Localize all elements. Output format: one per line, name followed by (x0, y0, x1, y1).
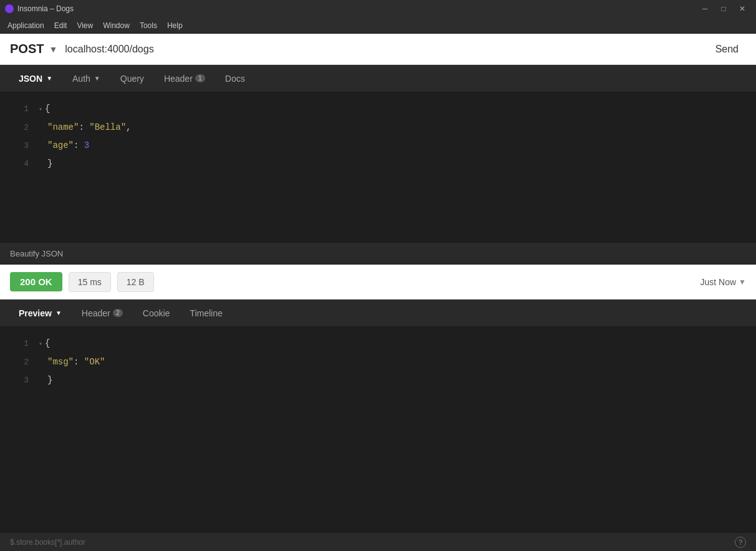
tab-docs[interactable]: Docs (216, 70, 254, 87)
resp-code-line-1: 1 ▾ { (0, 334, 756, 353)
timestamp-area: Just Now ▼ (700, 277, 746, 287)
response-time: 15 ms (69, 272, 111, 292)
beautify-button[interactable]: Beautify JSON (10, 249, 63, 258)
main-container: POST ▼ Send JSON ▼ Auth ▼ Query Header 1… (0, 34, 756, 551)
menu-application[interactable]: Application (2, 20, 49, 31)
tab-timeline[interactable]: Timeline (181, 305, 231, 322)
menu-window[interactable]: Window (98, 20, 135, 31)
resp-code-line-3: 3 } (0, 371, 756, 389)
urlbar: POST ▼ Send (0, 34, 756, 65)
response-tabs: Preview ▼ Header 2 Cookie Timeline (0, 300, 756, 327)
menu-view[interactable]: View (72, 20, 98, 31)
response-body-editor: 1 ▾ { 2 "msg" : "OK" 3 } (0, 327, 756, 551)
tab-preview[interactable]: Preview ▼ (10, 305, 70, 322)
timestamp-dropdown-arrow[interactable]: ▼ (739, 278, 746, 286)
menubar: Application Edit View Window Tools Help (0, 17, 756, 34)
filter-placeholder: $.store.books[*].author (10, 538, 85, 547)
titlebar-controls: ─ □ ✕ (696, 0, 751, 17)
resp-code-line-2: 2 "msg" : "OK" (0, 353, 756, 371)
tab-resp-header[interactable]: Header 2 (73, 305, 132, 322)
response-size: 12 B (117, 272, 154, 292)
menu-tools[interactable]: Tools (135, 20, 162, 31)
code-line-2: 2 "name" : "Bella" , (0, 119, 756, 137)
preview-tab-arrow: ▼ (56, 310, 62, 316)
url-input[interactable] (65, 44, 702, 55)
menu-edit[interactable]: Edit (49, 20, 72, 31)
titlebar-left: Insomnia – Dogs (5, 4, 74, 13)
tab-query[interactable]: Query (112, 70, 153, 87)
resp-header-badge: 2 (113, 309, 123, 317)
fold-arrow-1[interactable]: ▾ (39, 101, 42, 119)
json-tab-arrow: ▼ (46, 75, 52, 82)
tab-auth[interactable]: Auth ▼ (64, 70, 109, 87)
close-button[interactable]: ✕ (734, 0, 751, 17)
code-line-3: 3 "age" : 3 (0, 137, 756, 155)
maximize-button[interactable]: □ (715, 0, 732, 17)
titlebar: Insomnia – Dogs ─ □ ✕ (0, 0, 756, 17)
beautify-bar: Beautify JSON (0, 242, 756, 265)
method-dropdown[interactable]: ▼ (49, 44, 57, 54)
bottom-bar: $.store.books[*].author ? (0, 532, 756, 551)
menu-help[interactable]: Help (162, 20, 188, 31)
app-icon (5, 4, 14, 13)
send-button[interactable]: Send (708, 40, 746, 59)
response-section: Preview ▼ Header 2 Cookie Timeline 1 ▾ {… (0, 300, 756, 551)
timestamp-label: Just Now (700, 277, 737, 287)
code-line-1: 1 ▾ { (0, 100, 756, 119)
resp-fold-arrow-1[interactable]: ▾ (39, 336, 42, 353)
request-tabs: JSON ▼ Auth ▼ Query Header 1 Docs (0, 65, 756, 92)
minimize-button[interactable]: ─ (696, 0, 714, 17)
tab-json[interactable]: JSON ▼ (10, 70, 61, 87)
status-badge: 200 OK (10, 272, 62, 291)
request-body-editor[interactable]: 1 ▾ { 2 "name" : "Bella" , 3 "age" : 3 4… (0, 92, 756, 242)
titlebar-title: Insomnia – Dogs (17, 4, 74, 13)
tab-cookie[interactable]: Cookie (134, 305, 179, 322)
tab-header[interactable]: Header 1 (155, 70, 214, 87)
auth-tab-arrow: ▼ (94, 75, 100, 82)
http-method: POST (10, 42, 44, 56)
header-badge: 1 (195, 74, 205, 82)
code-line-4: 4 } (0, 155, 756, 173)
help-icon[interactable]: ? (735, 537, 746, 548)
response-statusbar: 200 OK 15 ms 12 B Just Now ▼ (0, 265, 756, 300)
